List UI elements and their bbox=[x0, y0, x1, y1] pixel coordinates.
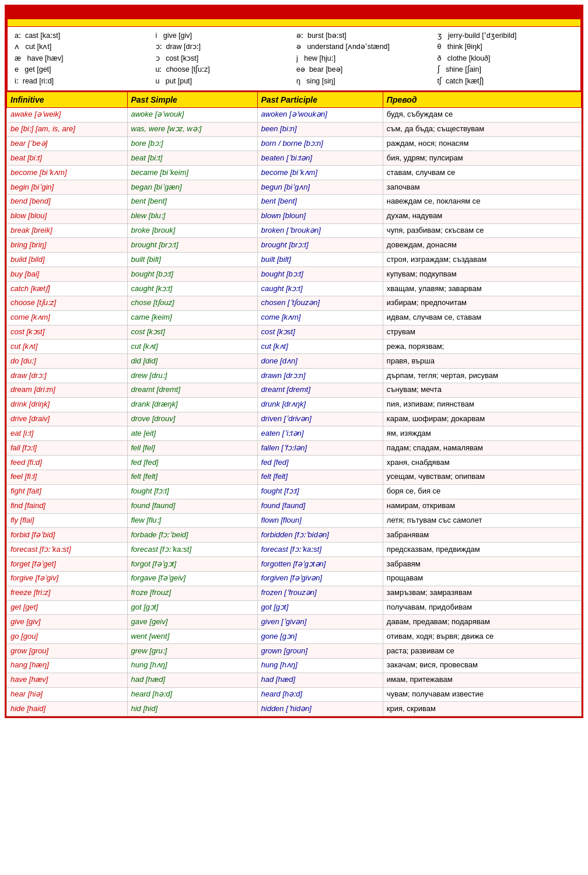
table-cell: правя, върша bbox=[383, 354, 581, 369]
ph-row: ð clothe [klouð] bbox=[438, 53, 574, 64]
table-cell: built [bilt] bbox=[127, 253, 257, 267]
table-cell: fought [fɔːt] bbox=[127, 484, 257, 499]
table-cell: идвам, случвам се, ставам bbox=[383, 310, 581, 325]
table-row: choose [tʃuːz]chose [tʃouz]chosen [ˈtʃou… bbox=[7, 296, 582, 310]
table-cell: grow [grou] bbox=[7, 644, 128, 659]
table-cell: broke [brouk] bbox=[127, 223, 257, 238]
table-cell: хващам, улавям; заварвам bbox=[383, 282, 581, 296]
table-cell: dreamt [dremt] bbox=[127, 383, 257, 397]
table-cell: довеждам, донасям bbox=[383, 238, 581, 253]
table-cell: drink [driŋk] bbox=[7, 397, 128, 412]
table-cell: fed [fed] bbox=[127, 456, 257, 470]
table-cell: drew [druː] bbox=[127, 369, 257, 383]
phonetic-grid: aː cast [kaːst] ʌ cut [kʌt] æ have [hæv]… bbox=[8, 27, 580, 90]
table-cell: bought [bɔːt] bbox=[257, 267, 383, 282]
table-cell: broken [ˈbroukən] bbox=[257, 223, 383, 238]
table-row: do [duː]did [did]done [dʌn]правя, върша bbox=[7, 354, 582, 369]
table-cell: forbid [fəˈbid] bbox=[7, 528, 128, 542]
table-cell: навеждам се, покланям се bbox=[383, 194, 581, 209]
table-cell: awake [əˈweik] bbox=[7, 107, 128, 122]
table-cell: hung [hʌŋ] bbox=[127, 658, 257, 673]
phonetic-col-2: i give [giv] ɔː draw [drɔː] ɔ cost [kɔst… bbox=[153, 29, 295, 88]
table-row: bend [bend]bent [bent]bent [bent]навежда… bbox=[7, 194, 582, 209]
table-cell: бия, удрям; пулсирам bbox=[383, 151, 581, 166]
table-row: come [kʌm]came [keim]come [kʌm]идвам, сл… bbox=[7, 310, 582, 325]
table-cell: heard [həːd] bbox=[127, 687, 257, 702]
table-cell: choose [tʃuːz] bbox=[7, 296, 128, 310]
main-title bbox=[6, 6, 582, 18]
table-cell: chose [tʃouz] bbox=[127, 296, 257, 310]
table-cell: forgive [fəˈgiv] bbox=[7, 571, 128, 586]
table-cell: began [biˈgæn] bbox=[127, 180, 257, 195]
table-cell: храня, снабдявам bbox=[383, 456, 581, 470]
table-cell: drawn [drɔːn] bbox=[257, 369, 383, 383]
table-cell: чувам; получавам известие bbox=[383, 687, 581, 702]
table-cell: drive [draiv] bbox=[7, 412, 128, 426]
table-cell: hide [haid] bbox=[7, 702, 128, 716]
table-cell: струвам bbox=[383, 325, 581, 340]
table-cell: fought [fɔːt] bbox=[257, 484, 383, 499]
table-row: forbid [fəˈbid]forbade [fɔːˈbeid]forbidd… bbox=[7, 528, 582, 542]
table-cell: dream [driːm] bbox=[7, 383, 128, 397]
table-cell: cost [kɔst] bbox=[7, 325, 128, 340]
ph-row: əː burst [bəːst] bbox=[296, 30, 433, 41]
table-row: cost [kɔst]cost [kɔst]cost [kɔst]струвам bbox=[7, 325, 582, 340]
table-cell: hung [hʌŋ] bbox=[257, 658, 383, 673]
table-row: be [biː] [am, is, are]was, were [wɔz, wə… bbox=[7, 122, 582, 136]
table-cell: започвам bbox=[383, 180, 581, 195]
phonetic-col-3: əː burst [bəːst] ə understand [ʌndəˈstæn… bbox=[294, 29, 435, 88]
table-row: hang [hæŋ]hung [hʌŋ]hung [hʌŋ]закачам; в… bbox=[7, 658, 582, 673]
phonetic-col-1: aː cast [kaːst] ʌ cut [kʌt] æ have [hæv]… bbox=[12, 29, 153, 88]
table-cell: grew [gruː] bbox=[127, 644, 257, 659]
table-cell: forget [fəˈget] bbox=[7, 557, 128, 572]
table-cell: give [giv] bbox=[7, 615, 128, 629]
table-row: fly [flai]flew [fluː]flown [floun]летя; … bbox=[7, 513, 582, 528]
table-header-row: Infinitive Past Simple Past Participle П… bbox=[7, 92, 582, 107]
table-cell: hear [hiə] bbox=[7, 687, 128, 702]
table-cell: cut [kʌt] bbox=[7, 340, 128, 354]
table-row: give [giv]gave [geiv]given [ˈgivən]давам… bbox=[7, 615, 582, 629]
header-translation: Превод bbox=[383, 92, 581, 107]
page-container: aː cast [kaːst] ʌ cut [kʌt] æ have [hæv]… bbox=[5, 5, 583, 718]
table-row: go [gou]went [went]gone [gɔn]отивам, ход… bbox=[7, 629, 582, 644]
table-cell: bent [bent] bbox=[257, 194, 383, 209]
table-cell: have [hæv] bbox=[7, 673, 128, 687]
table-cell: намирам, откривам bbox=[383, 499, 581, 513]
table-cell: beat [biːt] bbox=[127, 151, 257, 166]
table-cell: cut [kʌt] bbox=[127, 340, 257, 354]
table-cell: brought [brɔːt] bbox=[257, 238, 383, 253]
ph-row: æ have [hæv] bbox=[15, 53, 151, 64]
table-cell: forgotten [fəˈgɔtən] bbox=[257, 557, 383, 572]
table-cell: dreamt [dremt] bbox=[257, 383, 383, 397]
table-cell: flew [fluː] bbox=[127, 513, 257, 528]
ph-row: ɔː draw [drɔː] bbox=[156, 41, 292, 52]
table-cell: eaten [ˈiːtən] bbox=[257, 426, 383, 441]
table-cell: become [biˈkʌm] bbox=[257, 166, 383, 180]
ph-row: uː choose [tʃuːz] bbox=[156, 64, 292, 75]
table-cell: чупя, разбивам; скъсвам се bbox=[383, 223, 581, 238]
table-cell: пия, изпивам; пиянствам bbox=[383, 397, 581, 412]
table-cell: предсказвам, предвиждам bbox=[383, 542, 581, 557]
table-cell: cost [kɔst] bbox=[257, 325, 383, 340]
ph-row: ʌ cut [kʌt] bbox=[15, 41, 151, 52]
table-cell: замръзвам; замразявам bbox=[383, 586, 581, 600]
table-cell: bear [ˈbeə] bbox=[7, 136, 128, 151]
table-cell: chosen [ˈtʃouzən] bbox=[257, 296, 383, 310]
table-cell: draw [drɔː] bbox=[7, 369, 128, 383]
table-cell: fallen [ˈfɔːlən] bbox=[257, 441, 383, 456]
table-cell: heard [həːd] bbox=[257, 687, 383, 702]
table-cell: awoken [əˈwoukən] bbox=[257, 107, 383, 122]
header-infinitive: Infinitive bbox=[7, 92, 128, 107]
table-cell: съм, да бъда; съществувам bbox=[383, 122, 581, 136]
table-row: break [breik]broke [brouk]broken [ˈbrouk… bbox=[7, 223, 582, 238]
table-cell: born / borne [bɔːn] bbox=[257, 136, 383, 151]
table-row: freeze [friːz]froze [frouz]frozen [ˈfrou… bbox=[7, 586, 582, 600]
table-cell: caught [kɔːt] bbox=[127, 282, 257, 296]
table-cell: felt [felt] bbox=[127, 470, 257, 484]
table-row: feel [fiːl]felt [felt]felt [felt]усещам,… bbox=[7, 470, 582, 484]
table-cell: become [biˈkʌm] bbox=[7, 166, 128, 180]
table-cell: ate [eit] bbox=[127, 426, 257, 441]
table-cell: раста; развивам се bbox=[383, 644, 581, 659]
table-cell: do [duː] bbox=[7, 354, 128, 369]
table-cell: режа, порязвам; bbox=[383, 340, 581, 354]
